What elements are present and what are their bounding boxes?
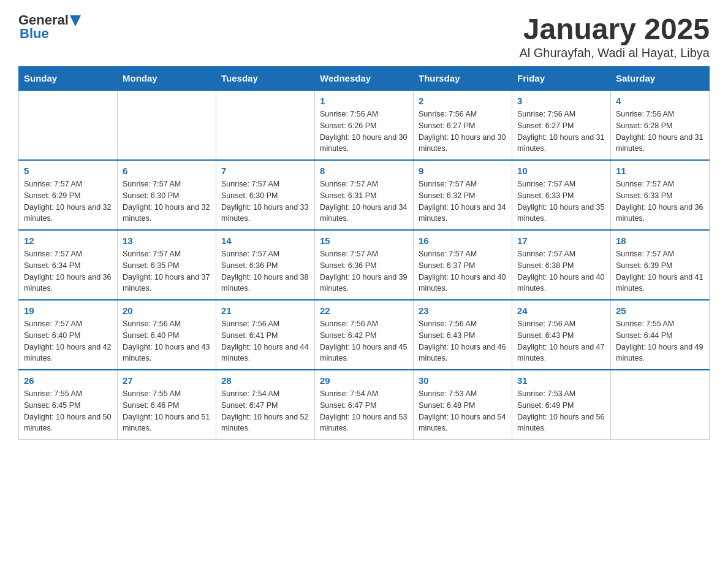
day-number: 28 (221, 375, 309, 386)
day-info: Sunrise: 7:57 AM Sunset: 6:35 PM Dayligh… (123, 248, 211, 294)
calendar-cell: 12Sunrise: 7:57 AM Sunset: 6:34 PM Dayli… (19, 230, 118, 300)
calendar-cell: 5Sunrise: 7:57 AM Sunset: 6:29 PM Daylig… (19, 160, 118, 230)
calendar-header: SundayMondayTuesdayWednesdayThursdayFrid… (19, 67, 710, 91)
day-number: 23 (419, 305, 507, 316)
calendar-cell: 14Sunrise: 7:57 AM Sunset: 6:36 PM Dayli… (216, 230, 315, 300)
day-number: 25 (616, 305, 704, 316)
week-row-3: 12Sunrise: 7:57 AM Sunset: 6:34 PM Dayli… (19, 230, 710, 300)
calendar-cell: 15Sunrise: 7:57 AM Sunset: 6:36 PM Dayli… (315, 230, 414, 300)
day-info: Sunrise: 7:56 AM Sunset: 6:41 PM Dayligh… (221, 318, 309, 364)
day-number: 19 (24, 305, 112, 316)
calendar-cell: 20Sunrise: 7:56 AM Sunset: 6:40 PM Dayli… (118, 300, 216, 370)
day-info: Sunrise: 7:57 AM Sunset: 6:33 PM Dayligh… (517, 178, 605, 224)
day-number: 26 (24, 375, 112, 386)
calendar-cell: 18Sunrise: 7:57 AM Sunset: 6:39 PM Dayli… (611, 230, 710, 300)
day-of-week-thursday: Thursday (414, 67, 512, 91)
day-number: 16 (419, 236, 507, 246)
day-number: 31 (517, 375, 605, 386)
day-of-week-saturday: Saturday (611, 67, 710, 91)
day-of-week-sunday: Sunday (19, 67, 118, 91)
day-number: 15 (320, 236, 408, 246)
calendar-cell: 13Sunrise: 7:57 AM Sunset: 6:35 PM Dayli… (118, 230, 216, 300)
day-number: 30 (419, 375, 507, 386)
calendar-cell (216, 90, 315, 160)
calendar-cell: 25Sunrise: 7:55 AM Sunset: 6:44 PM Dayli… (611, 300, 710, 370)
day-info: Sunrise: 7:53 AM Sunset: 6:48 PM Dayligh… (419, 388, 507, 434)
calendar-body: 1Sunrise: 7:56 AM Sunset: 6:26 PM Daylig… (19, 90, 710, 440)
calendar-cell: 26Sunrise: 7:55 AM Sunset: 6:45 PM Dayli… (19, 370, 118, 440)
day-number: 18 (616, 236, 704, 246)
day-number: 11 (616, 166, 704, 176)
week-row-4: 19Sunrise: 7:57 AM Sunset: 6:40 PM Dayli… (19, 300, 710, 370)
logo-triangle-icon (70, 15, 81, 26)
calendar-cell: 11Sunrise: 7:57 AM Sunset: 6:33 PM Dayli… (611, 160, 710, 230)
calendar-cell: 21Sunrise: 7:56 AM Sunset: 6:41 PM Dayli… (216, 300, 315, 370)
day-info: Sunrise: 7:57 AM Sunset: 6:40 PM Dayligh… (24, 318, 112, 364)
day-info: Sunrise: 7:56 AM Sunset: 6:43 PM Dayligh… (517, 318, 605, 364)
calendar-cell: 27Sunrise: 7:55 AM Sunset: 6:46 PM Dayli… (118, 370, 216, 440)
calendar-cell (118, 90, 216, 160)
day-number: 2 (419, 96, 507, 106)
day-number: 29 (320, 375, 408, 386)
page-subtitle: Al Ghurayfah, Wadi al Hayat, Libya (519, 46, 710, 60)
day-of-week-monday: Monday (118, 67, 216, 91)
calendar-cell (19, 90, 118, 160)
day-info: Sunrise: 7:55 AM Sunset: 6:46 PM Dayligh… (123, 388, 211, 434)
calendar-cell: 24Sunrise: 7:56 AM Sunset: 6:43 PM Dayli… (512, 300, 611, 370)
day-number: 7 (221, 166, 309, 176)
day-info: Sunrise: 7:57 AM Sunset: 6:39 PM Dayligh… (616, 248, 704, 294)
page-title: January 2025 (519, 12, 710, 46)
day-info: Sunrise: 7:56 AM Sunset: 6:28 PM Dayligh… (616, 109, 704, 155)
day-of-week-tuesday: Tuesday (216, 67, 315, 91)
day-info: Sunrise: 7:57 AM Sunset: 6:32 PM Dayligh… (419, 178, 507, 224)
day-info: Sunrise: 7:57 AM Sunset: 6:36 PM Dayligh… (320, 248, 408, 294)
calendar-cell: 10Sunrise: 7:57 AM Sunset: 6:33 PM Dayli… (512, 160, 611, 230)
day-number: 9 (419, 166, 507, 176)
day-number: 13 (123, 236, 211, 246)
day-number: 12 (24, 236, 112, 246)
day-number: 20 (123, 305, 211, 316)
day-number: 22 (320, 305, 408, 316)
calendar-cell: 30Sunrise: 7:53 AM Sunset: 6:48 PM Dayli… (414, 370, 512, 440)
day-number: 24 (517, 305, 605, 316)
day-info: Sunrise: 7:56 AM Sunset: 6:27 PM Dayligh… (517, 109, 605, 155)
day-number: 3 (517, 96, 605, 106)
calendar-cell: 1Sunrise: 7:56 AM Sunset: 6:26 PM Daylig… (315, 90, 414, 160)
day-info: Sunrise: 7:55 AM Sunset: 6:45 PM Dayligh… (24, 388, 112, 434)
week-row-1: 1Sunrise: 7:56 AM Sunset: 6:26 PM Daylig… (19, 90, 710, 160)
calendar-cell: 2Sunrise: 7:56 AM Sunset: 6:27 PM Daylig… (414, 90, 512, 160)
calendar-cell: 28Sunrise: 7:54 AM Sunset: 6:47 PM Dayli… (216, 370, 315, 440)
day-info: Sunrise: 7:56 AM Sunset: 6:42 PM Dayligh… (320, 318, 408, 364)
day-info: Sunrise: 7:57 AM Sunset: 6:37 PM Dayligh… (419, 248, 507, 294)
day-number: 6 (123, 166, 211, 176)
day-number: 1 (320, 96, 408, 106)
day-number: 5 (24, 166, 112, 176)
calendar-cell: 16Sunrise: 7:57 AM Sunset: 6:37 PM Dayli… (414, 230, 512, 300)
calendar-cell (611, 370, 710, 440)
svg-marker-0 (70, 15, 81, 26)
calendar-cell: 22Sunrise: 7:56 AM Sunset: 6:42 PM Dayli… (315, 300, 414, 370)
day-number: 10 (517, 166, 605, 176)
day-info: Sunrise: 7:57 AM Sunset: 6:31 PM Dayligh… (320, 178, 408, 224)
day-number: 17 (517, 236, 605, 246)
day-info: Sunrise: 7:55 AM Sunset: 6:44 PM Dayligh… (616, 318, 704, 364)
day-number: 21 (221, 305, 309, 316)
day-info: Sunrise: 7:53 AM Sunset: 6:49 PM Dayligh… (517, 388, 605, 434)
day-info: Sunrise: 7:54 AM Sunset: 6:47 PM Dayligh… (221, 388, 309, 434)
day-info: Sunrise: 7:56 AM Sunset: 6:26 PM Dayligh… (320, 109, 408, 155)
day-info: Sunrise: 7:57 AM Sunset: 6:33 PM Dayligh… (616, 178, 704, 224)
day-number: 8 (320, 166, 408, 176)
calendar-cell: 7Sunrise: 7:57 AM Sunset: 6:30 PM Daylig… (216, 160, 315, 230)
calendar-cell: 31Sunrise: 7:53 AM Sunset: 6:49 PM Dayli… (512, 370, 611, 440)
day-info: Sunrise: 7:57 AM Sunset: 6:34 PM Dayligh… (24, 248, 112, 294)
calendar-cell: 8Sunrise: 7:57 AM Sunset: 6:31 PM Daylig… (315, 160, 414, 230)
calendar-cell: 9Sunrise: 7:57 AM Sunset: 6:32 PM Daylig… (414, 160, 512, 230)
days-of-week-row: SundayMondayTuesdayWednesdayThursdayFrid… (19, 67, 710, 91)
calendar-cell: 3Sunrise: 7:56 AM Sunset: 6:27 PM Daylig… (512, 90, 611, 160)
day-number: 4 (616, 96, 704, 106)
title-section: January 2025 Al Ghurayfah, Wadi al Hayat… (519, 12, 710, 60)
logo-blue-text: Blue (20, 26, 49, 42)
day-info: Sunrise: 7:54 AM Sunset: 6:47 PM Dayligh… (320, 388, 408, 434)
day-number: 27 (123, 375, 211, 386)
calendar-table: SundayMondayTuesdayWednesdayThursdayFrid… (18, 66, 710, 440)
